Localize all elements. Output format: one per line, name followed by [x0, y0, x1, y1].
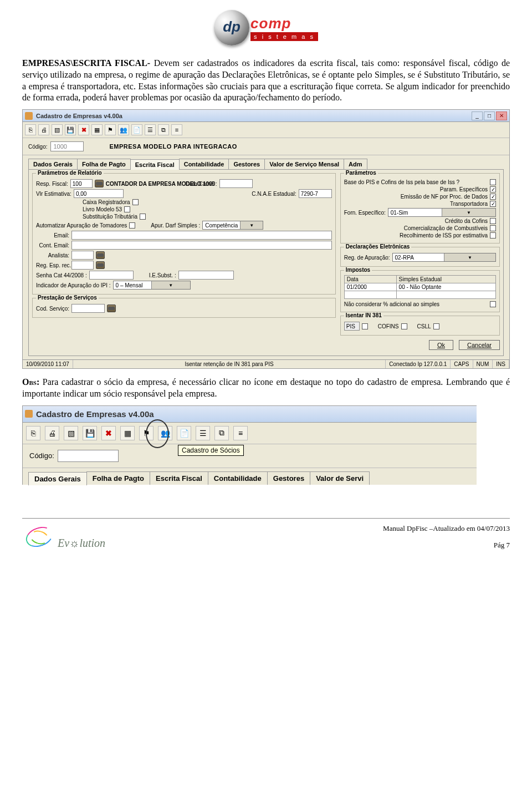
tab-valor-servico[interactable]: Valor de Servi	[310, 471, 370, 485]
window-title-2: Cadastro de Empresas v4.00a	[36, 409, 474, 419]
tab-gestores[interactable]: Gestores	[228, 159, 265, 169]
binoculars-icon-4[interactable]	[107, 304, 116, 312]
emissao-nf-checkbox[interactable]	[490, 194, 496, 200]
tool-delete-icon[interactable]: ✖	[101, 426, 116, 440]
status-ins: INS	[493, 360, 509, 368]
header-logo: comp s i s t e m a s	[22, 0, 510, 50]
ie-subst-input[interactable]	[178, 271, 234, 280]
tool-flag-icon[interactable]: ⚑	[105, 124, 116, 135]
footer-manual-line: Manual DpFisc –Atualizado em 04/07/2013	[383, 524, 510, 533]
tool-card-icon[interactable]: ▧	[52, 124, 63, 135]
logo-comp-text: comp	[250, 15, 318, 32]
cancel-button[interactable]: Cancelar	[459, 340, 500, 350]
footer-page-number: Pág 7	[383, 541, 510, 550]
cod-servico-label: Cod. Serviço:	[36, 306, 69, 312]
vlr-estimativa-input[interactable]: 0,00	[74, 189, 124, 198]
cont-email-input[interactable]	[71, 241, 332, 250]
contador-text: CONTADOR DA EMPRESA MODELO 1000	[106, 181, 183, 187]
status-datetime: 10/09/2010 11:07	[23, 360, 73, 368]
transportadora-checkbox[interactable]	[490, 201, 496, 207]
binoculars-icon-3[interactable]	[96, 261, 105, 269]
cnae-input[interactable]: 7290-7	[299, 189, 332, 198]
imp-cell-data: 01/2000	[344, 283, 396, 291]
livro53-checkbox[interactable]	[124, 206, 130, 212]
comb-checkbox[interactable]	[490, 225, 496, 231]
app-window-1: Cadastro de Empresas v4.00a _ □ ✕ ⎘ 🖨 ▧ …	[22, 109, 510, 369]
imp-cell-simples: 00 - Não Optante	[396, 283, 495, 291]
tab-gestores[interactable]: Gestores	[267, 471, 310, 485]
tab-adm[interactable]: Adm	[344, 159, 367, 169]
tab-folha-pagto[interactable]: Folha de Pagto	[77, 159, 131, 169]
param-esp-checkbox[interactable]	[490, 186, 496, 192]
resp-fiscal-input[interactable]: 100	[70, 179, 93, 188]
tool-misc-icon[interactable]: ≡	[171, 124, 182, 135]
tool-exit-icon[interactable]: ⎘	[26, 426, 40, 440]
dp-ball-icon	[214, 10, 249, 45]
tool-copy-icon[interactable]: ⧉	[158, 124, 169, 135]
tool-doc-icon[interactable]: 📄	[131, 124, 142, 135]
tab-escrita-fiscal[interactable]: Escrita Fiscal	[150, 471, 208, 485]
analista-input[interactable]	[71, 251, 94, 260]
tool-list-icon[interactable]: ☰	[196, 426, 210, 440]
pis-checkbox[interactable]	[362, 323, 368, 329]
binoculars-icon[interactable]	[95, 180, 104, 187]
legend-isentar: Isentar IN 381	[344, 312, 383, 318]
csll-checkbox[interactable]	[433, 323, 439, 329]
codigo-input[interactable]: 1000	[50, 141, 84, 151]
tool-print-icon[interactable]: 🖨	[45, 426, 59, 440]
tab-contabilidade[interactable]: Contabilidade	[208, 471, 268, 485]
tab-contabilidade[interactable]: Contabilidade	[179, 159, 229, 169]
forn-esp-select[interactable]: 01-Sim▼	[388, 208, 496, 217]
tool-print-icon[interactable]: 🖨	[38, 124, 49, 135]
binoculars-icon-2[interactable]	[96, 251, 105, 259]
close-button[interactable]: ✕	[496, 111, 507, 120]
window-title: Cadastro de Empresas v4.00a	[36, 113, 472, 119]
csll-label: CSLL	[417, 323, 431, 329]
codigo-label-2: Código:	[29, 451, 54, 460]
tool-misc-icon[interactable]: ≡	[233, 426, 248, 440]
data-carne-input[interactable]	[219, 179, 253, 188]
regesp-iss-input[interactable]	[71, 261, 94, 270]
tool-card-icon[interactable]: ▧	[64, 426, 78, 440]
tool-save-icon[interactable]: 💾	[83, 426, 97, 440]
senha-cat-input[interactable]	[89, 271, 134, 280]
maximize-button[interactable]: □	[484, 111, 495, 120]
minimize-button[interactable]: _	[472, 111, 483, 120]
base-pis-checkbox[interactable]	[490, 179, 496, 185]
cod-servico-input[interactable]	[71, 304, 105, 313]
tab-escrita-fiscal[interactable]: Escrita Fiscal	[130, 159, 180, 170]
tab-valor-servico[interactable]: Valor de Serviço Mensal	[264, 159, 344, 169]
impostos-table[interactable]: DataSimples Estadual 01/200000 - Não Opt…	[344, 275, 496, 299]
ok-button[interactable]: Ok	[429, 340, 453, 350]
cred-cofins-checkbox[interactable]	[490, 218, 496, 224]
tab-dados-gerais[interactable]: Dados Gerais	[28, 159, 78, 169]
tool-delete-icon[interactable]: ✖	[78, 124, 89, 135]
tab-folha-pagto[interactable]: Folha de Pagto	[86, 471, 150, 485]
tab-dados-gerais[interactable]: Dados Gerais	[28, 472, 87, 485]
tool-doc-icon[interactable]: 📄	[177, 426, 191, 440]
status-caps: CAPS	[451, 360, 473, 368]
subst-trib-checkbox[interactable]	[140, 214, 146, 220]
tool-color-icon[interactable]: ▦	[120, 426, 135, 440]
group-prestacao-servicos: Prestação de Serviços Cod. Serviço:	[32, 298, 336, 318]
tool-exit-icon[interactable]: ⎘	[25, 124, 36, 135]
codigo-input-2[interactable]	[58, 450, 119, 462]
nao-considerar-checkbox[interactable]	[490, 301, 496, 307]
tool-list-icon[interactable]: ☰	[145, 124, 156, 135]
codigo-row: Código: 1000 EMPRESA MODELO PARA INTEGRA…	[23, 138, 509, 155]
recol-iss-checkbox[interactable]	[490, 232, 496, 238]
tool-socios-icon[interactable]: 👥	[158, 426, 172, 440]
apur-darf-select[interactable]: Competência▼	[202, 221, 263, 230]
tool-save-icon[interactable]: 💾	[65, 124, 76, 135]
tool-color-icon[interactable]: ▦	[91, 124, 103, 135]
reg-apuracao-select[interactable]: 02-RPA▼	[392, 253, 496, 262]
autom-tomadores-checkbox[interactable]	[129, 222, 135, 229]
email-input[interactable]	[71, 231, 332, 240]
tool-flag-icon[interactable]: ⚑	[139, 426, 154, 440]
caixa-reg-checkbox[interactable]	[132, 199, 139, 205]
tool-copy-icon[interactable]: ⧉	[214, 426, 229, 440]
tool-socios-icon[interactable]: 👥	[118, 124, 129, 135]
imp-col-simples: Simples Estadual	[396, 276, 495, 283]
cofins-checkbox[interactable]	[401, 323, 407, 329]
indic-ipi-select[interactable]: 0 – Mensal▼	[113, 281, 191, 290]
